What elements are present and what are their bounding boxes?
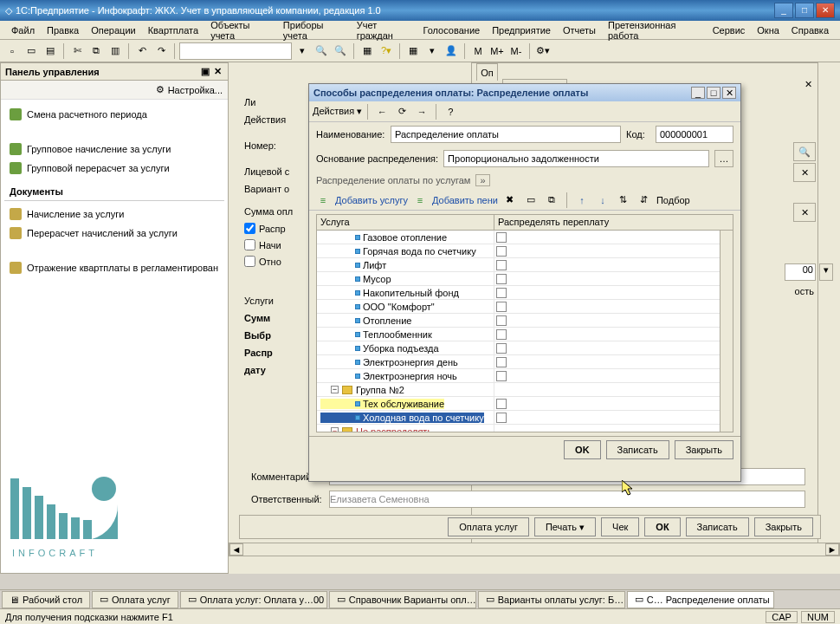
sort-asc-icon[interactable]: ⇅	[615, 192, 632, 209]
nav-doc-reflect[interactable]: Отражение квартплаты в регламентирован	[4, 258, 224, 277]
nav-change-period[interactable]: Смена расчетного периода	[4, 105, 224, 124]
add-penalty-link[interactable]: Добавить пени	[432, 195, 498, 205]
section-expand-button[interactable]: »	[475, 174, 489, 186]
table-row[interactable]: −Группа №2	[317, 383, 733, 397]
table-row[interactable]: Теплообменник	[317, 328, 733, 341]
base-ellipsis-button[interactable]: …	[714, 150, 733, 167]
new-icon[interactable]: ▫	[3, 42, 21, 60]
maximize-button[interactable]: □	[795, 3, 814, 18]
tab-variants[interactable]: ▭Варианты оплаты услуг: Б…	[478, 591, 625, 608]
menu-service[interactable]: Сервис	[707, 23, 752, 38]
nav-group-charge[interactable]: Групповое начисление за услуги	[4, 140, 224, 159]
table-row[interactable]: Накопительный фонд	[317, 286, 733, 300]
back-icon[interactable]: ←	[373, 103, 391, 120]
name-input[interactable]	[391, 126, 621, 143]
close-button[interactable]: ✕	[816, 3, 835, 18]
bg-btn-ok[interactable]: ОК	[644, 517, 680, 536]
overpay-checkbox[interactable]	[496, 260, 507, 270]
bg-btn-save[interactable]: Записать	[686, 517, 749, 536]
save-icon[interactable]: ▤	[42, 42, 59, 60]
bg-btn-check[interactable]: Чек	[601, 517, 639, 536]
bg-btn-2[interactable]: ✕	[793, 163, 816, 182]
table-row[interactable]: ООО "Комфорт"	[317, 300, 733, 314]
menu-ops[interactable]: Операции	[85, 23, 141, 38]
sort-desc-icon[interactable]: ⇵	[636, 192, 653, 209]
overpay-checkbox[interactable]	[496, 274, 507, 284]
overpay-checkbox[interactable]	[496, 329, 507, 340]
search-dropdown-icon[interactable]: ▾	[294, 42, 311, 60]
copy-row-icon[interactable]: ⧉	[543, 192, 560, 209]
add-row-icon[interactable]: ≡	[314, 192, 332, 209]
panel-config-link[interactable]: Настройка...	[168, 85, 223, 95]
actions-menu[interactable]: Действия ▾	[313, 106, 362, 117]
table-row[interactable]: Лифт	[317, 258, 733, 272]
nav-doc-recalc[interactable]: Перерасчет начислений за услуги	[4, 224, 224, 243]
table-row[interactable]: Холодная вода по счетчику	[317, 411, 733, 425]
minimize-button[interactable]: _	[774, 3, 793, 18]
bg-btn-3[interactable]: ✕	[793, 203, 816, 222]
grid-scrollbar[interactable]	[720, 231, 733, 432]
user-icon[interactable]: 👤	[443, 42, 460, 60]
bg-dropdown-icon[interactable]: ▾	[819, 263, 833, 281]
bg-btn-print[interactable]: Печать ▾	[534, 517, 596, 536]
go-icon[interactable]: →	[413, 103, 430, 120]
menu-objects[interactable]: Объекты учета	[204, 17, 277, 43]
cut-icon[interactable]: ✄	[68, 42, 86, 60]
menu-kvartplata[interactable]: Квартплата	[142, 23, 204, 38]
open-icon[interactable]: ▭	[23, 42, 40, 60]
dlg-min-icon[interactable]: _	[691, 87, 705, 99]
col-service[interactable]: Услуга	[317, 215, 494, 230]
overpay-checkbox[interactable]	[496, 371, 507, 381]
nav-group-recalc[interactable]: Групповой перерасчет за услуги	[4, 159, 224, 178]
overpay-checkbox[interactable]	[496, 315, 507, 326]
bg-btn-close[interactable]: Закрыть	[754, 517, 813, 536]
menu-file[interactable]: Файл	[5, 23, 41, 38]
q-help-icon[interactable]: ?	[442, 103, 459, 120]
add-service-link[interactable]: Добавить услугу	[335, 195, 408, 205]
redo-icon[interactable]: ↷	[152, 42, 170, 60]
panel-pin-icon[interactable]: ▣	[199, 66, 211, 78]
table-row[interactable]: Электроэнергия день	[317, 355, 733, 369]
menu-enterprise[interactable]: Предприятие	[486, 23, 557, 38]
bg-chk-nachi[interactable]	[244, 239, 255, 250]
font-mminus-button[interactable]: М-	[507, 42, 525, 60]
table-row[interactable]: Мусор	[317, 272, 733, 286]
font-m-button[interactable]: М	[469, 42, 487, 60]
overpay-checkbox[interactable]	[496, 413, 507, 423]
tab-payment[interactable]: ▭Оплата услуг	[92, 591, 178, 608]
select-link[interactable]: Подбор	[656, 195, 690, 205]
menu-citizens[interactable]: Учет граждан	[351, 17, 417, 43]
menu-windows[interactable]: Окна	[751, 23, 785, 38]
search-input[interactable]	[179, 42, 292, 60]
table-row[interactable]: Электроэнергия ночь	[317, 369, 733, 383]
base-input[interactable]	[443, 150, 709, 167]
move-down-icon[interactable]: ↓	[594, 192, 611, 209]
menu-help[interactable]: Справка	[785, 23, 835, 38]
tab-payment-doc[interactable]: ▭Оплата услуг: Оплата у…00	[180, 591, 327, 608]
refresh-icon[interactable]: ⟳	[393, 103, 410, 120]
overpay-checkbox[interactable]	[496, 343, 507, 354]
bg-chk-otno[interactable]	[244, 256, 255, 267]
col-overpay[interactable]: Распределять переплату	[494, 215, 733, 230]
calendar-icon[interactable]: ▦	[404, 42, 422, 60]
table-row[interactable]: Горячая вода по счетчику	[317, 244, 733, 258]
copy-icon[interactable]: ⧉	[87, 42, 105, 60]
dlg-close-icon[interactable]: ✕	[722, 87, 736, 99]
paste-icon[interactable]: ▥	[107, 42, 124, 60]
tab-distribution[interactable]: ▭С… Распределение оплаты	[627, 591, 774, 608]
bg-close-icon[interactable]: ✕	[804, 79, 812, 90]
overpay-checkbox[interactable]	[496, 302, 507, 312]
code-input[interactable]	[656, 126, 733, 143]
workspace-hscroll[interactable]: ◄►	[229, 543, 840, 556]
overpay-checkbox[interactable]	[496, 232, 507, 243]
undo-icon[interactable]: ↶	[133, 42, 151, 60]
tab-ref-variants[interactable]: ▭Справочник Варианты опл…	[329, 591, 476, 608]
save-button[interactable]: Записать	[606, 440, 669, 459]
overpay-checkbox[interactable]	[496, 399, 507, 409]
menu-reports[interactable]: Отчеты	[557, 23, 602, 38]
overpay-checkbox[interactable]	[496, 288, 507, 298]
responsible-input[interactable]	[329, 491, 805, 508]
dlg-max-icon[interactable]: □	[707, 87, 720, 99]
calc-icon[interactable]: ▦	[359, 42, 376, 60]
table-row[interactable]: Отопление	[317, 314, 733, 328]
